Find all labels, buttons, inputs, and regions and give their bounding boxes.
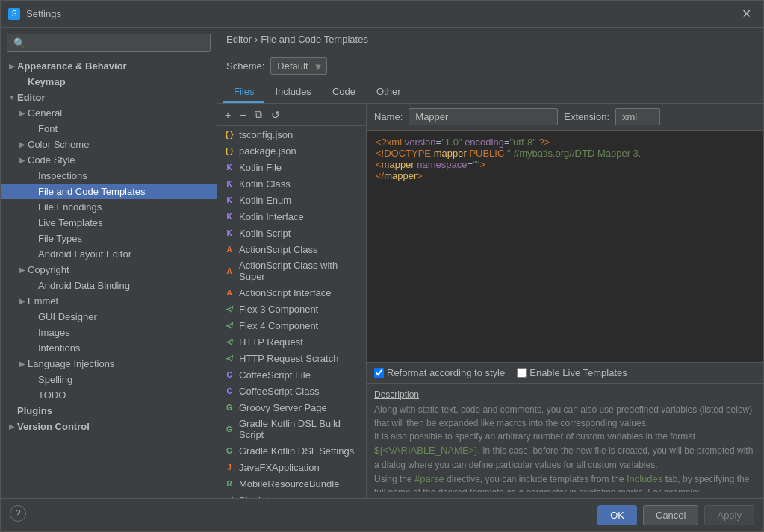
file-item[interactable]: KKotlin Enum	[217, 192, 366, 208]
breadcrumb-parent[interactable]: Editor	[226, 34, 252, 45]
tree-item-label: Copyright	[28, 264, 200, 275]
file-type-icon: K	[223, 210, 235, 222]
file-item[interactable]: CCoffeeScript Class	[217, 383, 366, 399]
tree-item-copyright[interactable]: ▶Copyright⚙	[1, 262, 217, 278]
tree-item-label: Intentions	[38, 342, 211, 354]
file-item[interactable]: AActionScript Interface	[217, 284, 366, 301]
extension-label: Extension:	[564, 111, 609, 122]
settings-tree: ▶Appearance & BehaviorKeymap▼Editor▶Gene…	[1, 58, 217, 498]
apply-button[interactable]: Apply	[704, 505, 754, 525]
file-item[interactable]: ≺/Flex 4 Component	[217, 317, 366, 334]
live-templates-checkbox[interactable]	[517, 368, 527, 378]
tree-item-code-style[interactable]: ▶Code Style⚙	[1, 152, 217, 168]
tree-item-keymap[interactable]: Keymap	[1, 74, 217, 90]
file-item-label: Gradle Kotlin DSL Settings	[239, 445, 354, 457]
file-item-label: Kotlin Enum	[239, 195, 291, 206]
file-item[interactable]: { }tsconfig.json	[217, 126, 366, 143]
code-line: <mapper namespace="">	[376, 159, 754, 170]
tree-item-color-scheme[interactable]: ▶Color Scheme	[1, 137, 217, 152]
tree-item-font[interactable]: Font	[1, 121, 217, 137]
main-content: ▶Appearance & BehaviorKeymap▼Editor▶Gene…	[1, 28, 763, 498]
ok-button[interactable]: OK	[597, 505, 637, 525]
tree-item-todo[interactable]: TODO	[1, 387, 217, 403]
file-item[interactable]: JJavaFXApplication	[217, 459, 366, 475]
tree-arrow: ▶	[17, 297, 28, 305]
tree-item-version-control[interactable]: ▶Version Control⚙	[1, 419, 217, 434]
tree-item-intentions[interactable]: Intentions	[1, 340, 217, 356]
tree-item-file-encodings[interactable]: File Encodings	[1, 199, 217, 215]
tree-item-images[interactable]: Images	[1, 325, 217, 340]
tree-arrow: ▶	[17, 266, 28, 274]
file-type-icon: C	[223, 385, 235, 397]
code-line: </mapper>	[376, 170, 754, 181]
file-item[interactable]: ≺/Singleton	[217, 492, 366, 498]
tree-item-label: Appearance & Behavior	[17, 60, 211, 72]
tree-item-android-data-binding[interactable]: Android Data Binding	[1, 278, 217, 293]
search-input[interactable]	[7, 34, 211, 52]
reformat-checkbox-label[interactable]: Reformat according to style	[374, 367, 505, 378]
right-panel: Editor › File and Code Templates Scheme:…	[217, 28, 763, 498]
cancel-button[interactable]: Cancel	[643, 505, 698, 525]
file-type-icon: C	[223, 369, 235, 381]
tree-item-emmet[interactable]: ▶Emmet	[1, 293, 217, 309]
tab-files[interactable]: Files	[223, 81, 264, 103]
file-item[interactable]: KKotlin Script	[217, 225, 366, 241]
file-item[interactable]: RMobileResourceBundle	[217, 475, 366, 492]
file-item[interactable]: KKotlin Class	[217, 175, 366, 192]
reformat-checkbox[interactable]	[374, 368, 384, 378]
tab-includes[interactable]: Includes	[264, 81, 321, 103]
reformat-label: Reformat according to style	[387, 367, 505, 378]
template-name-input[interactable]	[409, 108, 558, 125]
reset-template-button[interactable]: ↺	[268, 107, 283, 122]
tree-item-inspections[interactable]: Inspections⚙	[1, 168, 217, 184]
tree-item-spelling[interactable]: Spelling	[1, 372, 217, 387]
tree-item-appearance-&-behavior[interactable]: ▶Appearance & Behavior	[1, 58, 217, 74]
live-templates-label: Enable Live Templates	[529, 367, 627, 378]
scheme-bar: Scheme: Default Project ▼	[217, 51, 763, 81]
tree-item-file-types[interactable]: File Types	[1, 231, 217, 246]
left-panel: ▶Appearance & BehaviorKeymap▼Editor▶Gene…	[1, 28, 217, 498]
template-extension-input[interactable]	[615, 108, 660, 125]
file-item[interactable]: KKotlin Interface	[217, 208, 366, 225]
help-button[interactable]: ?	[10, 505, 26, 522]
file-item[interactable]: CCoffeeScript File	[217, 366, 366, 383]
tree-item-label: TODO	[38, 389, 211, 401]
tree-item-live-templates[interactable]: Live Templates	[1, 215, 217, 231]
tree-item-gui-designer[interactable]: GUI Designer⚙	[1, 309, 217, 325]
file-item[interactable]: GGroovy Server Page	[217, 399, 366, 416]
tree-item-general[interactable]: ▶General	[1, 105, 217, 121]
file-item[interactable]: AActionScript Class	[217, 241, 366, 257]
file-item[interactable]: ≺/HTTP Request Scratch	[217, 350, 366, 366]
description-title: Description	[374, 389, 756, 400]
tab-other[interactable]: Other	[366, 81, 411, 103]
tree-item-android-layout-editor[interactable]: Android Layout Editor	[1, 246, 217, 262]
tree-arrow: ▶	[17, 140, 28, 148]
remove-template-button[interactable]: −	[237, 107, 249, 122]
tree-item-editor[interactable]: ▼Editor	[1, 90, 217, 105]
file-type-icon: { }	[223, 145, 235, 157]
code-editor[interactable]: <?xml version="1.0" encoding="utf-8" ?><…	[367, 131, 763, 362]
tree-item-file-and-code-templates[interactable]: File and Code Templates⚙	[1, 184, 217, 199]
tab-code[interactable]: Code	[322, 81, 366, 103]
tree-arrow: ▶	[17, 156, 28, 164]
file-item[interactable]: KKotlin File	[217, 159, 366, 175]
file-item[interactable]: ≺/Flex 3 Component	[217, 301, 366, 317]
file-item[interactable]: GGradle Kotlin DSL Build Script	[217, 416, 366, 442]
close-button[interactable]: ✕	[737, 5, 756, 22]
copy-template-button[interactable]: ⧉	[252, 107, 265, 122]
live-templates-checkbox-label[interactable]: Enable Live Templates	[517, 367, 627, 378]
file-item[interactable]: GGradle Kotlin DSL Settings	[217, 442, 366, 459]
file-item[interactable]: { }package.json	[217, 143, 366, 159]
scheme-label: Scheme:	[226, 60, 264, 72]
add-template-button[interactable]: +	[222, 107, 234, 122]
tree-item-language-injections[interactable]: ▶Language Injections	[1, 356, 217, 372]
file-type-icon: K	[223, 194, 235, 206]
file-item[interactable]: AActionScript Class with Super	[217, 257, 366, 284]
file-item[interactable]: ≺/HTTP Request	[217, 334, 366, 350]
dialog-title: Settings	[26, 8, 737, 19]
scheme-select[interactable]: Default Project	[270, 57, 327, 75]
tree-item-plugins[interactable]: Plugins	[1, 403, 217, 419]
options-bar: Reformat according to style Enable Live …	[367, 362, 763, 383]
file-item-label: ActionScript Class	[239, 244, 317, 255]
file-type-icon: A	[223, 243, 235, 255]
